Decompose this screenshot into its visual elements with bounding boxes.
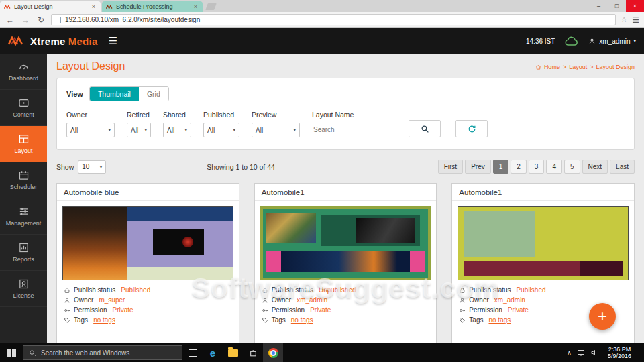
add-layout-button[interactable]: + [589, 303, 616, 330]
sidebar-item-reports[interactable]: Reports [0, 235, 47, 271]
reload-icon[interactable]: ↻ [36, 16, 46, 24]
page-2-button[interactable]: 2 [511, 160, 527, 174]
permission-value: Private [310, 306, 331, 314]
meta-label: Owner [469, 296, 488, 304]
layout-name-input[interactable] [312, 123, 394, 137]
store-button[interactable] [243, 343, 263, 362]
owner-select[interactable]: All ▾ [66, 123, 115, 137]
cloud-icon[interactable] [564, 36, 579, 46]
page-prev-button[interactable]: Prev [465, 160, 491, 174]
layout-thumbnail[interactable] [62, 206, 233, 280]
meta-label: Tags [469, 316, 483, 324]
sidebar-item-layout[interactable]: Layout [0, 126, 47, 162]
filter-label: Layout Name [312, 111, 394, 119]
lock-icon [262, 287, 268, 294]
bookmark-star-icon[interactable]: ☆ [621, 15, 627, 24]
brand-first: Xtreme [30, 36, 66, 47]
view-grid-button[interactable]: Grid [139, 87, 168, 101]
pagination: First Prev 1 2 3 4 5 Next Last [438, 160, 635, 174]
file-explorer-button[interactable] [223, 343, 243, 362]
taskbar-search[interactable]: Search the web and Windows [23, 345, 182, 360]
key-icon [64, 307, 70, 314]
publish-status-value: Published [121, 286, 150, 294]
start-button[interactable] [0, 343, 23, 362]
address-bar[interactable]: 192.168.60.10/xm_6.2.0/xm/site/layoutdes… [51, 14, 616, 25]
windows-logo-icon [7, 349, 16, 357]
retired-select[interactable]: All ▾ [127, 123, 151, 137]
filter-shared: Shared All ▾ [163, 111, 191, 137]
close-button[interactable]: × [626, 0, 644, 12]
thumb-zone [580, 261, 623, 276]
sidebar-item-dashboard[interactable]: Dashboard [0, 54, 47, 90]
breadcrumb-layout[interactable]: Layout [569, 64, 587, 70]
sidebar-toggle-icon[interactable]: ☰ [109, 35, 117, 47]
new-tab-button[interactable] [205, 3, 217, 10]
chrome-taskbar-button[interactable] [263, 343, 283, 362]
volume-icon[interactable] [590, 349, 598, 357]
page-last-button[interactable]: Last [610, 160, 635, 174]
publish-status-row: Publish status Published [459, 285, 627, 295]
permission-row: Permission Private [64, 305, 232, 315]
thumb-image [63, 207, 127, 280]
shared-select[interactable]: All ▾ [163, 123, 191, 137]
minimize-button[interactable]: – [590, 0, 608, 12]
sidebar-item-label: Reports [13, 256, 34, 263]
meta-label: Publish status [272, 286, 313, 294]
page-5-button[interactable]: 5 [564, 160, 580, 174]
page-1-button[interactable]: 1 [493, 160, 509, 174]
user-menu[interactable]: xm_admin ▾ [588, 38, 636, 45]
forward-icon[interactable]: → [20, 16, 31, 24]
filter-owner: Owner All ▾ [66, 111, 115, 137]
layout-thumbnail[interactable] [260, 206, 431, 280]
edge-taskbar-button[interactable]: e [203, 343, 223, 362]
meta-label: Permission [469, 306, 502, 314]
view-thumbnail-button[interactable]: Thumbnail [90, 87, 139, 101]
tags-value[interactable]: no tags [488, 316, 511, 324]
results-summary: Showing 1 to 10 of 44 [207, 163, 275, 171]
page-4-button[interactable]: 4 [546, 160, 562, 174]
sidebar-item-management[interactable]: Management [0, 198, 47, 235]
tab-schedule-processing[interactable]: Schedule Processing × [102, 1, 203, 12]
breadcrumb: Home > Layout > Layout Design [535, 64, 635, 70]
page-next-button[interactable]: Next [582, 160, 608, 174]
sidebar-item-label: Dashboard [9, 75, 38, 82]
breadcrumb-home[interactable]: Home [544, 64, 560, 70]
meta-label: Tags [74, 316, 88, 324]
preview-select[interactable]: All ▾ [252, 123, 300, 137]
refresh-icon [468, 125, 476, 133]
browser-menu-icon[interactable]: ☰ [632, 15, 639, 25]
meta-label: Permission [272, 306, 305, 314]
show-desktop-button[interactable] [641, 343, 644, 362]
publish-status-row: Publish status Unpublished [262, 285, 430, 295]
task-view-button[interactable] [182, 343, 203, 362]
user-icon [588, 38, 596, 45]
publish-status-value: Unpublished [319, 286, 356, 294]
search-button[interactable] [409, 120, 441, 137]
back-icon[interactable]: ← [5, 16, 15, 24]
chevron-down-icon: ▾ [633, 38, 636, 44]
tags-value[interactable]: no tags [93, 316, 115, 324]
taskbar-clock[interactable]: 2:36 PM 5/9/2016 [604, 346, 635, 359]
sidebar-item-license[interactable]: License [0, 271, 47, 307]
tab-layout-design[interactable]: Layout Design × [0, 1, 101, 12]
license-icon [18, 278, 30, 290]
published-select[interactable]: All ▾ [203, 123, 239, 137]
sidebar-item-content[interactable]: Content [0, 90, 47, 126]
network-icon[interactable] [577, 349, 585, 357]
tab-close-icon[interactable]: × [193, 3, 199, 10]
permission-row: Permission Private [262, 305, 430, 315]
select-value: All [70, 127, 78, 134]
sidebar-item-scheduler[interactable]: Scheduler [0, 162, 47, 198]
page-first-button[interactable]: First [438, 160, 463, 174]
filter-label: Retired [127, 111, 151, 119]
tags-value[interactable]: no tags [291, 316, 313, 324]
tab-close-icon[interactable]: × [91, 3, 97, 10]
refresh-button[interactable] [455, 120, 488, 137]
layout-thumbnail[interactable] [458, 206, 629, 280]
tray-expand-icon[interactable]: ∧ [567, 349, 572, 356]
tag-icon [262, 317, 268, 324]
xtreme-media-logo-icon [8, 36, 25, 46]
page-3-button[interactable]: 3 [529, 160, 545, 174]
maximize-button[interactable]: □ [608, 0, 626, 12]
page-size-select[interactable]: 10 ▾ [78, 160, 106, 174]
